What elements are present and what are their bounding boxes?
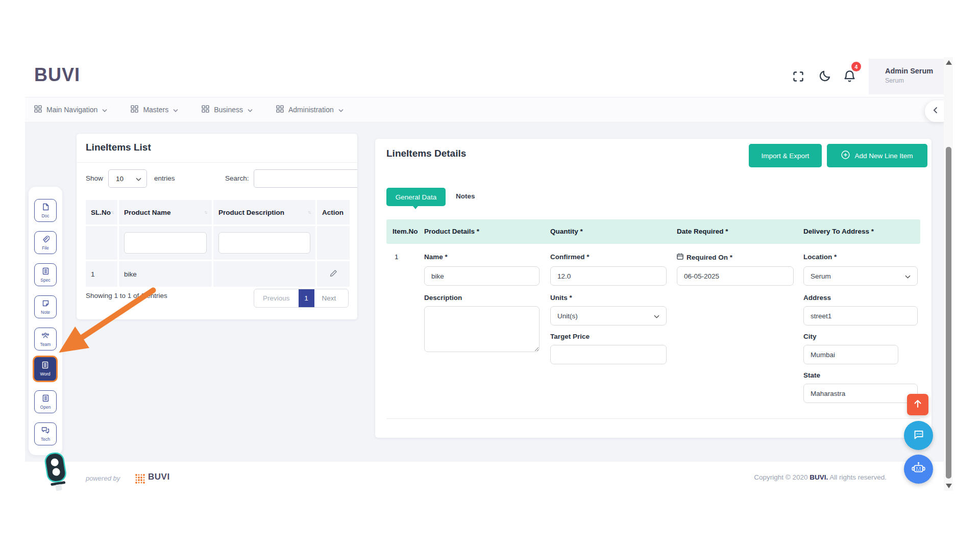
import-export-button[interactable]: Import & Export (749, 144, 822, 167)
add-new-line-item-button[interactable]: Add New Line Item (827, 144, 927, 167)
tab-notes[interactable]: Notes (456, 192, 475, 200)
lineitems-list-panel: LineItems List Show 10 entries Search: S… (77, 134, 357, 319)
search-label: Search: (225, 174, 249, 182)
location-label: Location * (803, 253, 837, 261)
grid-icon (131, 105, 138, 114)
pagination-current-page[interactable]: 1 (299, 289, 314, 308)
user-menu[interactable]: Admin Serum Serum (869, 59, 945, 94)
nav-item-masters[interactable]: Masters (131, 105, 178, 114)
document-lines-icon (42, 394, 50, 404)
nav-label: Business (214, 106, 243, 114)
page-scrollbar-thumb[interactable] (946, 147, 951, 479)
city-input[interactable] (803, 345, 898, 364)
sidebar-item-label: Word (40, 371, 50, 377)
sidebar-item-team[interactable]: Team (34, 328, 57, 350)
target-price-input[interactable] (550, 345, 667, 364)
address-input[interactable] (803, 306, 918, 325)
chevron-down-icon (102, 106, 107, 114)
sidebar-item-open[interactable]: Open (34, 390, 57, 413)
column-header-product-name[interactable]: Product Name↑↓ (119, 200, 212, 224)
sidebar-item-tech[interactable]: Tech (34, 422, 57, 445)
nav-item-business[interactable]: Business (202, 105, 253, 114)
header-product-details: Product Details * (424, 228, 479, 235)
assistant-robot-button[interactable] (904, 455, 933, 484)
chevron-down-icon (248, 106, 253, 114)
copyright-text: Copyright © 2020 BUVI. All rights reserv… (733, 473, 887, 481)
tab-general-data[interactable]: General Data (386, 188, 446, 206)
filter-cell-name (119, 226, 212, 260)
buvi-dots-logo (135, 473, 145, 486)
chevron-down-icon (173, 106, 178, 114)
product-description-filter-input[interactable] (218, 232, 310, 254)
nav-item-administration[interactable]: Administration (276, 105, 344, 114)
sidebar-item-label: Spec (40, 278, 50, 283)
sort-icon: ↑↓ (204, 210, 207, 215)
sidebar-item-word[interactable]: Word (33, 356, 58, 382)
header-quantity: Quantity * (550, 228, 583, 235)
page-size-select[interactable]: 10 (108, 169, 147, 188)
units-select[interactable]: Unit(s) (550, 306, 667, 325)
column-header-action: Action (317, 200, 350, 224)
sidebar-item-label: File (42, 245, 49, 251)
chat-widget-button[interactable] (904, 421, 933, 450)
name-input[interactable] (424, 266, 540, 286)
sidebar-item-note[interactable]: Note (34, 295, 57, 318)
active-tab-caret (413, 206, 418, 209)
sort-icon: ↑↓ (111, 210, 113, 215)
scroll-to-top-button[interactable] (907, 394, 928, 415)
show-label: Show (86, 174, 103, 182)
edit-pencil-icon[interactable] (330, 269, 337, 279)
chat-bubbles-icon (41, 427, 50, 436)
footer-brand: BUVI (148, 472, 170, 482)
divider (386, 418, 920, 419)
required-on-input[interactable] (677, 266, 794, 286)
nav-label: Administration (288, 106, 334, 114)
product-name-filter-input[interactable] (124, 232, 207, 254)
description-textarea[interactable] (424, 306, 540, 352)
sort-icon: ↑↓ (308, 210, 310, 215)
location-select[interactable]: Serum (803, 266, 918, 286)
mascot-robot-icon (41, 451, 74, 494)
description-label: Description (424, 294, 462, 302)
fullscreen-icon[interactable] (791, 69, 806, 84)
sidebar-item-file[interactable]: File (34, 231, 57, 254)
name-label: Name * (424, 253, 448, 261)
pagination-next-button[interactable]: Next (314, 294, 344, 302)
robot-icon (911, 460, 926, 478)
column-header-product-description[interactable]: Product Description↑↓ (213, 200, 315, 224)
pagination-previous-button[interactable]: Previous (254, 294, 299, 302)
dark-mode-icon[interactable] (817, 68, 832, 83)
lineitems-table: SL.No↑↓ Product Name↑↓ Product Descripti… (86, 200, 350, 287)
sidebar-item-label: Doc (41, 213, 49, 218)
sidebar-item-doc[interactable]: Doc (34, 199, 57, 222)
table-row-cell-product-description (213, 261, 315, 287)
page-size-value: 10 (116, 175, 124, 183)
copyright-brand: BUVI. (810, 473, 828, 481)
chevron-down-icon (338, 106, 344, 114)
details-panel-title: LineItems Details (386, 148, 466, 159)
filter-cell-empty (86, 226, 117, 260)
user-name: Admin Serum (885, 67, 945, 75)
confirmed-label: Confirmed * (550, 253, 590, 261)
city-label: City (803, 333, 817, 340)
sidebar-item-spec[interactable]: Spec (34, 263, 57, 286)
user-role: Serum (885, 77, 945, 84)
column-header-slno[interactable]: SL.No↑↓ (86, 200, 117, 224)
grid-icon (34, 105, 42, 114)
arrow-up-icon (914, 399, 922, 410)
scrollbar-up-arrow[interactable] (946, 60, 952, 65)
main-nav-bar: Main Navigation Masters Business Adminis… (25, 97, 945, 122)
nav-collapse-button[interactable] (925, 101, 945, 122)
chevron-down-icon (136, 175, 141, 183)
address-label: Address (803, 294, 831, 302)
confirmed-input[interactable] (550, 266, 667, 286)
nav-item-main-navigation[interactable]: Main Navigation (34, 105, 107, 114)
table-summary: Showing 1 to 1 of 1 entries (86, 292, 167, 299)
search-input[interactable] (254, 169, 357, 188)
scrollbar-down-arrow[interactable] (946, 484, 952, 488)
sidebar-item-label: Team (40, 342, 51, 347)
filter-cell-action (317, 226, 350, 260)
state-input[interactable] (803, 384, 918, 403)
pagination: Previous 1 Next (254, 289, 349, 308)
sidebar-item-label: Tech (41, 437, 50, 442)
